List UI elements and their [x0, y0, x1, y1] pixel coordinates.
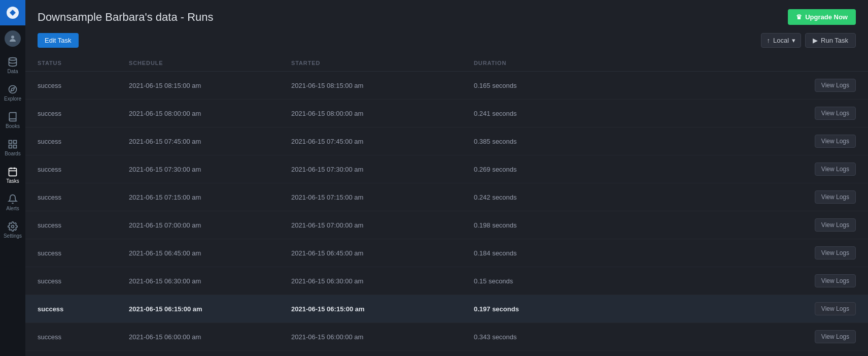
cell-status: success — [25, 127, 117, 155]
header: Downsample Barbara's data - Runs ♛ Upgra… — [25, 0, 868, 30]
cell-action: View Logs — [594, 267, 868, 295]
view-logs-button[interactable]: View Logs — [815, 218, 856, 232]
cell-schedule: 2021-06-15 06:15:00 am — [117, 295, 279, 323]
cell-started: 2021-06-15 08:00:00 am — [279, 100, 462, 127]
view-logs-button[interactable]: View Logs — [815, 190, 856, 204]
sidebar-item-alerts[interactable]: Alerts — [0, 189, 25, 216]
local-dropdown[interactable]: ↑ Local ▾ — [761, 33, 801, 48]
table-row: success 2021-06-15 07:15:00 am 2021-06-1… — [25, 183, 868, 211]
cell-schedule: 2021-06-15 07:45:00 am — [117, 127, 279, 155]
svg-point-12 — [12, 225, 14, 228]
cell-started: 2021-06-15 07:15:00 am — [279, 183, 462, 211]
cell-status: success — [25, 267, 117, 295]
view-logs-button[interactable]: View Logs — [815, 163, 856, 176]
page-title: Downsample Barbara's data - Runs — [38, 11, 214, 24]
cell-started: 2021-06-15 07:00:00 am — [279, 211, 462, 239]
cell-duration: 0.197 seconds — [462, 295, 594, 323]
chevron-down-icon: ▾ — [792, 37, 795, 44]
sidebar: Data Explore Books Boards Tasks — [0, 0, 25, 356]
cell-started: 2021-06-15 06:00:00 am — [279, 323, 462, 351]
cell-started: 2021-06-15 06:15:00 am — [279, 295, 462, 323]
crown-icon: ♛ — [796, 13, 802, 21]
cell-action: View Logs — [594, 155, 868, 183]
sidebar-item-label: Settings — [4, 233, 22, 239]
cell-started: 2021-06-15 06:45:00 am — [279, 239, 462, 267]
svg-rect-4 — [9, 141, 12, 144]
cell-schedule: 2021-06-15 06:30:00 am — [117, 267, 279, 295]
cell-schedule: 2021-06-15 06:00:00 am — [117, 323, 279, 351]
run-task-button[interactable]: ▶ Run Task — [805, 33, 856, 48]
svg-rect-5 — [14, 141, 17, 144]
table-header-row: STATUS SCHEDULE STARTED DURATION — [25, 55, 868, 72]
toolbar-right: ↑ Local ▾ ▶ Run Task — [761, 33, 856, 48]
cell-action: View Logs — [594, 239, 868, 267]
cell-schedule: 2021-06-15 06:45:00 am — [117, 239, 279, 267]
cell-duration: 0.242 seconds — [462, 183, 594, 211]
cell-duration: 0.385 seconds — [462, 127, 594, 155]
table-row: success 2021-06-15 07:45:00 am 2021-06-1… — [25, 127, 868, 155]
view-logs-button[interactable]: View Logs — [815, 107, 856, 120]
svg-point-2 — [9, 58, 17, 60]
cell-status: success — [25, 155, 117, 183]
main-content: Downsample Barbara's data - Runs ♛ Upgra… — [25, 0, 868, 356]
cell-duration: 0.184 seconds — [462, 239, 594, 267]
cell-action: View Logs — [594, 127, 868, 155]
table-row: success 2021-06-15 08:00:00 am 2021-06-1… — [25, 100, 868, 127]
view-logs-button[interactable]: View Logs — [815, 330, 856, 343]
col-header-action — [594, 55, 868, 72]
app-logo[interactable] — [0, 0, 25, 25]
sidebar-item-label: Books — [6, 123, 20, 129]
sidebar-item-boards[interactable]: Boards — [0, 134, 25, 161]
sidebar-item-settings[interactable]: Settings — [0, 216, 25, 244]
cell-status: success — [25, 72, 117, 100]
cell-status: success — [25, 183, 117, 211]
table-row: success 2021-06-15 07:00:00 am 2021-06-1… — [25, 211, 868, 239]
table-row: success 2021-06-15 06:00:00 am 2021-06-1… — [25, 323, 868, 351]
svg-rect-7 — [9, 145, 12, 148]
upgrade-button[interactable]: ♛ Upgrade Now — [788, 9, 856, 25]
edit-task-button[interactable]: Edit Task — [38, 33, 79, 48]
sidebar-item-tasks[interactable]: Tasks — [0, 161, 25, 189]
cell-duration: 0.241 seconds — [462, 100, 594, 127]
sidebar-item-data[interactable]: Data — [0, 52, 25, 79]
table-row: success 2021-06-15 08:15:00 am 2021-06-1… — [25, 72, 868, 100]
cell-duration: 0.343 seconds — [462, 323, 594, 351]
view-logs-button[interactable]: View Logs — [815, 135, 856, 148]
cell-duration: 0.165 seconds — [462, 72, 594, 100]
cell-action: View Logs — [594, 72, 868, 100]
runs-table-container: STATUS SCHEDULE STARTED DURATION success… — [25, 55, 868, 356]
cell-schedule: 2021-06-15 07:15:00 am — [117, 183, 279, 211]
col-header-schedule: SCHEDULE — [117, 55, 279, 72]
sidebar-item-label: Explore — [4, 96, 21, 102]
view-logs-button[interactable]: View Logs — [815, 274, 856, 287]
sidebar-item-label: Tasks — [6, 178, 19, 184]
svg-rect-6 — [14, 145, 17, 148]
cell-action: View Logs — [594, 295, 868, 323]
col-header-started: STARTED — [279, 55, 462, 72]
upgrade-label: Upgrade Now — [805, 13, 848, 21]
sidebar-item-label: Boards — [5, 151, 21, 156]
view-logs-button[interactable]: View Logs — [815, 246, 856, 260]
cell-schedule: 2021-06-15 07:00:00 am — [117, 211, 279, 239]
svg-rect-8 — [9, 168, 17, 176]
cell-status: success — [25, 100, 117, 127]
cell-duration: 0.15 seconds — [462, 267, 594, 295]
cell-status: success — [25, 295, 117, 323]
cell-status: success — [25, 211, 117, 239]
view-logs-button[interactable]: View Logs — [815, 302, 856, 315]
cell-status: success — [25, 239, 117, 267]
cell-started: 2021-06-15 06:30:00 am — [279, 267, 462, 295]
toolbar: Edit Task ↑ Local ▾ ▶ Run Task — [25, 30, 868, 55]
runs-table: STATUS SCHEDULE STARTED DURATION success… — [25, 55, 868, 351]
cell-schedule: 2021-06-15 08:00:00 am — [117, 100, 279, 127]
svg-point-3 — [9, 86, 17, 93]
cell-started: 2021-06-15 08:15:00 am — [279, 72, 462, 100]
sidebar-item-label: Data — [7, 69, 18, 74]
view-logs-button[interactable]: View Logs — [815, 79, 856, 92]
avatar[interactable] — [5, 30, 21, 47]
svg-point-1 — [11, 36, 14, 39]
cell-action: View Logs — [594, 323, 868, 351]
sidebar-item-explore[interactable]: Explore — [0, 79, 25, 107]
sidebar-item-books[interactable]: Books — [0, 107, 25, 134]
sidebar-item-label: Alerts — [6, 206, 19, 211]
